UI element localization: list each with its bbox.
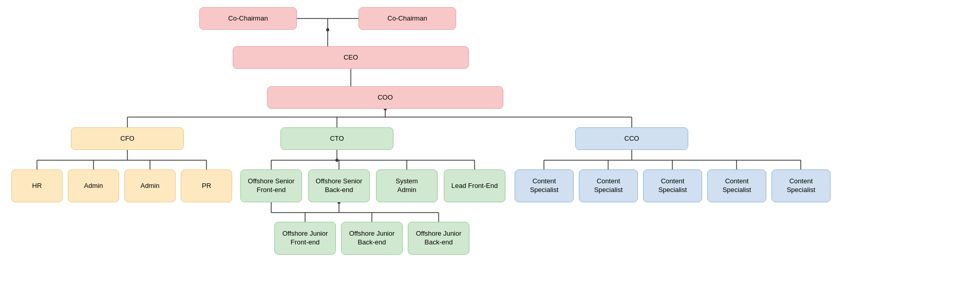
admin1-label: Admin — [84, 182, 103, 190]
hr-label: HR — [32, 182, 42, 190]
offshore-jr-fe-label: Offshore JuniorFront-end — [282, 230, 328, 247]
cochairman2-node: Co-Chairman — [359, 7, 456, 30]
content2-node: ContentSpecialist — [579, 169, 638, 202]
content1-node: ContentSpecialist — [515, 169, 574, 202]
cco-label: CCO — [625, 135, 639, 143]
connector-lines — [0, 0, 980, 305]
coo-label: COO — [378, 93, 393, 102]
offshore-sr-be-node: Offshore SeniorBack-end — [308, 169, 370, 202]
offshore-jr-be2-node: Offshore JuniorBack-end — [408, 222, 469, 255]
ceo-label: CEO — [344, 53, 358, 62]
sys-admin-label: SystemAdmin — [395, 177, 418, 195]
content1-label: ContentSpecialist — [530, 177, 559, 195]
lead-fe-label: Lead Front-End — [451, 182, 498, 190]
content2-label: ContentSpecialist — [594, 177, 623, 195]
lead-fe-node: Lead Front-End — [444, 169, 505, 202]
offshore-sr-fe-node: Offshore SeniorFront-end — [240, 169, 302, 202]
pr-label: PR — [202, 182, 211, 190]
offshore-jr-fe-node: Offshore JuniorFront-end — [274, 222, 336, 255]
hr-node: HR — [11, 169, 63, 202]
content5-label: ContentSpecialist — [787, 177, 816, 195]
offshore-sr-be-label: Offshore SeniorBack-end — [316, 177, 363, 195]
pr-node: PR — [181, 169, 232, 202]
offshore-jr-be1-node: Offshore JuniorBack-end — [341, 222, 403, 255]
content4-node: ContentSpecialist — [707, 169, 766, 202]
offshore-jr-be2-label: Offshore JuniorBack-end — [416, 230, 462, 247]
coo-node: COO — [267, 86, 503, 109]
cochairman1-label: Co-Chairman — [228, 14, 268, 23]
admin2-label: Admin — [141, 182, 160, 190]
content3-label: ContentSpecialist — [658, 177, 687, 195]
org-chart: Co-Chairman Co-Chairman CEO COO CFO CTO … — [0, 0, 980, 305]
content3-node: ContentSpecialist — [643, 169, 702, 202]
offshore-jr-be1-label: Offshore JuniorBack-end — [349, 230, 395, 247]
content5-node: ContentSpecialist — [771, 169, 831, 202]
ceo-node: CEO — [233, 46, 469, 69]
content4-label: ContentSpecialist — [723, 177, 751, 195]
cfo-label: CFO — [120, 135, 134, 143]
cco-node: CCO — [575, 127, 688, 150]
cochairman2-label: Co-Chairman — [387, 14, 427, 23]
cto-label: CTO — [330, 135, 344, 143]
cto-node: CTO — [280, 127, 393, 150]
admin1-node: Admin — [68, 169, 119, 202]
cochairman1-node: Co-Chairman — [199, 7, 297, 30]
svg-point-35 — [335, 159, 338, 162]
cfo-node: CFO — [71, 127, 184, 150]
offshore-sr-fe-label: Offshore SeniorFront-end — [248, 177, 295, 195]
admin2-node: Admin — [124, 169, 176, 202]
sys-admin-node: SystemAdmin — [376, 169, 438, 202]
svg-point-33 — [326, 28, 329, 31]
